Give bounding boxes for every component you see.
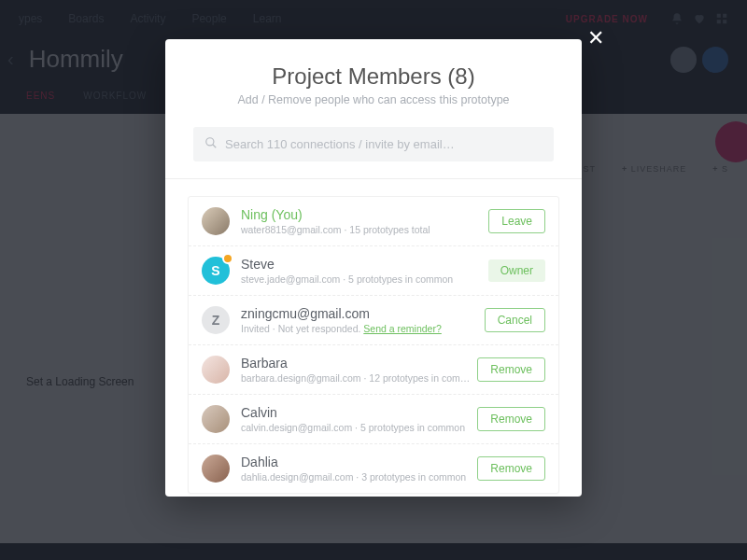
member-row: Dahlia dahlia.design@gmail.com · 3 proto… xyxy=(189,444,558,493)
avatar: Z xyxy=(202,306,230,334)
avatar xyxy=(202,455,230,483)
svg-point-4 xyxy=(206,138,214,146)
member-meta: dahlia.design@gmail.com · 3 prototypes i… xyxy=(241,471,477,483)
remove-button[interactable]: Remove xyxy=(477,407,545,431)
search-field[interactable] xyxy=(193,127,554,161)
member-row: Ning (You) water8815@gmail.com · 15 prot… xyxy=(189,197,558,246)
member-row: Z zningcmu@gmail.com Invited · Not yet r… xyxy=(189,296,558,345)
member-name: Dahlia xyxy=(241,455,477,469)
close-icon[interactable]: ✕ xyxy=(587,26,604,50)
send-reminder-link[interactable]: Send a reminder? xyxy=(363,323,441,334)
owner-badge: Owner xyxy=(488,259,545,282)
avatar xyxy=(202,356,230,384)
member-meta: barbara.design@gmail.com · 12 prototypes… xyxy=(241,372,477,384)
member-meta: steve.jade@gmail.com · 5 prototypes in c… xyxy=(241,273,488,285)
member-list: Ning (You) water8815@gmail.com · 15 prot… xyxy=(165,179,582,497)
avatar xyxy=(202,405,230,433)
member-name: Ning (You) xyxy=(241,207,488,222)
member-meta: water8815@gmail.com · 15 prototypes tota… xyxy=(241,224,488,235)
search-icon xyxy=(204,136,218,152)
remove-button[interactable]: Remove xyxy=(477,357,545,382)
member-name: Calvin xyxy=(241,405,477,420)
modal-subtitle: Add / Remove people who can access this … xyxy=(193,93,554,106)
crown-icon xyxy=(222,253,233,264)
project-members-modal: ✕ Project Members (8) Add / Remove peopl… xyxy=(165,39,582,497)
avatar: S xyxy=(202,257,230,285)
member-name: zningcmu@gmail.com xyxy=(241,306,485,321)
modal-header: Project Members (8) Add / Remove people … xyxy=(165,39,582,123)
member-name: Barbara xyxy=(241,356,477,371)
leave-button[interactable]: Leave xyxy=(488,209,545,233)
member-row: Calvin calvin.design@gmail.com · 5 proto… xyxy=(189,395,558,444)
member-row: S Steve steve.jade@gmail.com · 5 prototy… xyxy=(189,246,558,296)
cancel-button[interactable]: Cancel xyxy=(485,308,545,332)
member-meta: calvin.design@gmail.com · 5 prototypes i… xyxy=(241,422,477,433)
avatar xyxy=(202,207,230,235)
member-row: Barbara barbara.design@gmail.com · 12 pr… xyxy=(189,345,558,395)
svg-line-5 xyxy=(213,145,217,148)
member-name: Steve xyxy=(241,257,488,272)
modal-title: Project Members (8) xyxy=(193,63,554,90)
remove-button[interactable]: Remove xyxy=(477,456,545,481)
member-meta: Invited · Not yet responded. Send a remi… xyxy=(241,323,485,334)
search-input[interactable] xyxy=(225,137,543,151)
